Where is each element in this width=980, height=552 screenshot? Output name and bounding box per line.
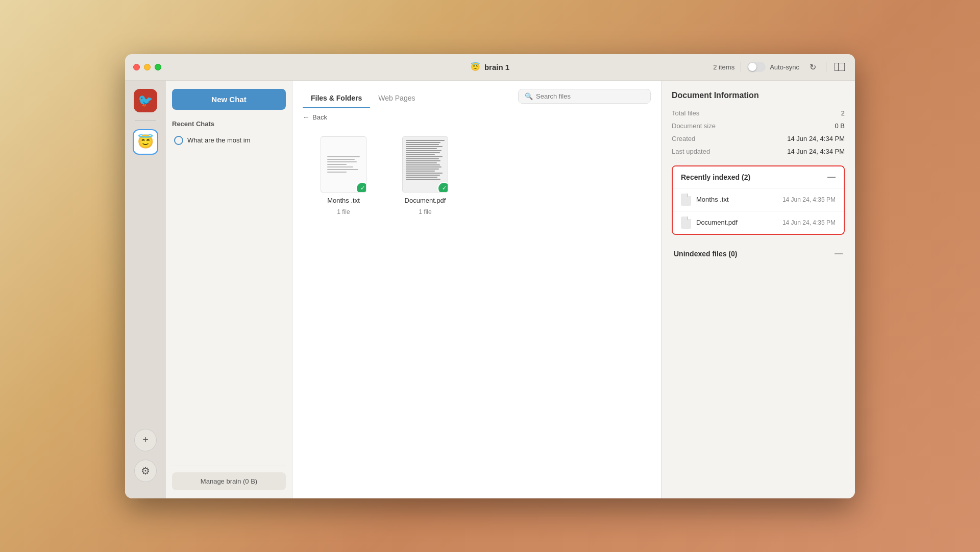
doc-info-row-updated: Last updated 14 Jun 24, 4:34 PM xyxy=(672,148,845,155)
chevron-icon: — xyxy=(827,173,836,182)
unindexed-chevron-icon: — xyxy=(835,249,843,258)
unindexed-header[interactable]: Unindexed files (0) — xyxy=(672,243,845,265)
chat-sidebar-bottom: Manage brain (0 B) xyxy=(172,466,286,490)
search-input[interactable] xyxy=(536,92,644,100)
back-button[interactable]: ← Back xyxy=(303,113,327,121)
tab-files-folders[interactable]: Files & Folders xyxy=(303,89,370,108)
title-right: 2 items Auto-sync ↻ xyxy=(713,60,847,74)
file-thumbnail-txt: ✓ xyxy=(321,136,366,193)
settings-icon: ⚙ xyxy=(141,465,150,477)
logo-icon: 🐦 xyxy=(138,93,153,108)
brain-button[interactable]: 😇 xyxy=(133,129,158,155)
file-thumbnail-pdf: ✓ xyxy=(402,136,448,193)
unindexed-label: Unindexed files (0) xyxy=(674,250,737,258)
indexed-file-item-1[interactable]: Document.pdf 14 Jun 24, 4:35 PM xyxy=(673,211,844,234)
recent-chats-label: Recent Chats xyxy=(172,120,286,128)
indexed-file-name-1: Document.pdf xyxy=(696,219,738,226)
doc-info-title: Document Information xyxy=(672,91,845,100)
tab-web-pages[interactable]: Web Pages xyxy=(370,89,423,108)
check-badge-txt: ✓ xyxy=(356,182,366,193)
search-bar-container: 🔍 xyxy=(518,89,651,104)
created-value: 14 Jun 24, 4:34 PM xyxy=(787,135,845,142)
app-logo: 🐦 xyxy=(134,89,157,112)
search-bar: 🔍 xyxy=(518,89,651,104)
window-controls xyxy=(133,64,161,70)
indexed-file-left-0: Months .txt xyxy=(681,194,729,206)
icon-sidebar-divider xyxy=(135,121,156,121)
brain-emoji: 😇 xyxy=(137,134,154,150)
divider xyxy=(741,62,741,72)
sidebar-divider xyxy=(172,466,286,466)
close-button[interactable] xyxy=(133,64,140,70)
indexed-file-item-0[interactable]: Months .txt 14 Jun 24, 4:35 PM xyxy=(673,188,844,211)
doc-info-row-size: Document size 0 B xyxy=(672,122,845,130)
file-doc-icon-0 xyxy=(681,194,691,206)
title-emoji: 😇 xyxy=(471,62,480,71)
add-button[interactable]: + xyxy=(134,429,157,451)
file-doc-icon-1 xyxy=(681,217,691,229)
toggle-switch[interactable] xyxy=(747,62,766,72)
maximize-button[interactable] xyxy=(155,64,161,70)
main-area: 🐦 😇 + ⚙ New Chat Recent Chats What are t xyxy=(125,81,855,498)
total-files-value: 2 xyxy=(841,109,845,117)
minimize-button[interactable] xyxy=(144,64,151,70)
indexed-file-date-0: 14 Jun 24, 4:35 PM xyxy=(782,196,836,203)
chat-bubble-icon xyxy=(174,136,183,145)
autosync-toggle[interactable]: Auto-sync xyxy=(747,62,799,72)
file-item-pdf[interactable]: ✓ Document.pdf 1 file xyxy=(395,136,456,488)
files-header: Files & Folders Web Pages 🔍 xyxy=(292,81,661,108)
icon-sidebar: 🐦 😇 + ⚙ xyxy=(125,81,166,498)
toggle-knob xyxy=(748,63,756,71)
files-toolbar: ← Back xyxy=(292,108,661,126)
divider2 xyxy=(826,62,826,72)
last-updated-value: 14 Jun 24, 4:34 PM xyxy=(787,148,845,155)
window-title: 😇 brain 1 xyxy=(471,62,509,71)
doc-info-panel: Document Information Total files 2 Docum… xyxy=(661,81,855,498)
back-arrow-icon: ← xyxy=(303,113,309,121)
new-chat-button[interactable]: New Chat xyxy=(172,89,286,110)
doc-size-label: Document size xyxy=(672,122,716,130)
doc-info-row-total: Total files 2 xyxy=(672,109,845,117)
created-label: Created xyxy=(672,135,695,142)
file-item-txt[interactable]: ✓ Months .txt 1 file xyxy=(313,136,374,488)
title-bar: 😇 brain 1 2 items Auto-sync ↻ xyxy=(125,54,855,81)
recently-indexed-header[interactable]: Recently indexed (2) — xyxy=(673,166,844,188)
add-icon: + xyxy=(142,434,149,446)
files-panel: Files & Folders Web Pages 🔍 ← Back xyxy=(292,81,661,498)
refresh-button[interactable]: ↻ xyxy=(805,60,820,74)
indexed-file-date-1: 14 Jun 24, 4:35 PM xyxy=(782,219,836,226)
file-name-txt: Months .txt xyxy=(327,197,360,204)
indexed-file-left-1: Document.pdf xyxy=(681,217,738,229)
search-icon: 🔍 xyxy=(525,92,533,100)
file-count-txt: 1 file xyxy=(337,208,350,215)
last-updated-label: Last updated xyxy=(672,148,710,155)
back-label: Back xyxy=(312,113,327,121)
svg-rect-1 xyxy=(835,63,845,71)
chat-item[interactable]: What are the most im xyxy=(172,133,286,148)
sidebar-toggle-button[interactable] xyxy=(832,60,847,74)
title-text: brain 1 xyxy=(484,63,509,71)
autosync-label: Auto-sync xyxy=(770,63,799,71)
check-badge-pdf: ✓ xyxy=(437,182,448,193)
unindexed-section: Unindexed files (0) — xyxy=(672,243,845,265)
svg-rect-0 xyxy=(835,63,839,71)
recently-indexed-label: Recently indexed (2) xyxy=(681,173,750,181)
manage-brain-button[interactable]: Manage brain (0 B) xyxy=(172,472,286,490)
file-name-pdf: Document.pdf xyxy=(405,197,446,204)
doc-info-row-created: Created 14 Jun 24, 4:34 PM xyxy=(672,135,845,142)
items-count: 2 items xyxy=(713,63,734,71)
settings-button[interactable]: ⚙ xyxy=(134,460,157,482)
files-grid: ✓ Months .txt 1 file xyxy=(292,126,661,498)
recently-indexed-section: Recently indexed (2) — Months .txt 14 Ju… xyxy=(672,165,845,235)
indexed-file-name-0: Months .txt xyxy=(696,196,729,203)
doc-size-value: 0 B xyxy=(835,122,845,130)
file-count-pdf: 1 file xyxy=(419,208,431,215)
chat-sidebar: New Chat Recent Chats What are the most … xyxy=(166,81,292,498)
app-window: 😇 brain 1 2 items Auto-sync ↻ xyxy=(125,54,855,498)
total-files-label: Total files xyxy=(672,109,699,117)
chat-item-text: What are the most im xyxy=(187,136,251,144)
icon-sidebar-bottom: + ⚙ xyxy=(134,429,157,490)
